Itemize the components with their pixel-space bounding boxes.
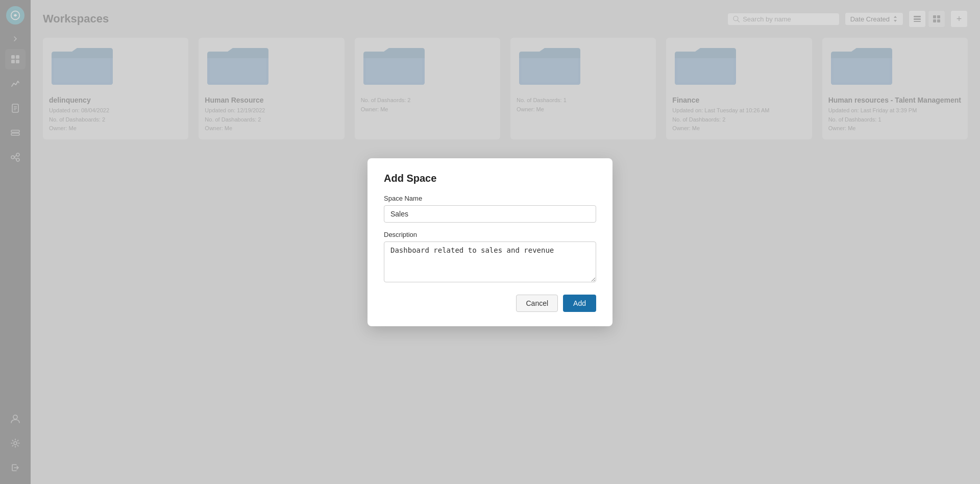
space-name-label: Space Name [384, 195, 596, 202]
modal-actions: Cancel Add [384, 295, 596, 312]
space-name-input[interactable] [384, 205, 596, 223]
space-name-group: Space Name [384, 195, 596, 223]
add-space-modal: Add Space Space Name Description Cancel … [368, 158, 612, 326]
description-label: Description [384, 231, 596, 238]
modal-overlay[interactable]: Add Space Space Name Description Cancel … [0, 0, 980, 484]
description-group: Description [384, 231, 596, 284]
description-input[interactable] [384, 241, 596, 282]
cancel-button[interactable]: Cancel [516, 295, 558, 312]
modal-title: Add Space [384, 173, 596, 184]
add-button[interactable]: Add [563, 295, 596, 312]
